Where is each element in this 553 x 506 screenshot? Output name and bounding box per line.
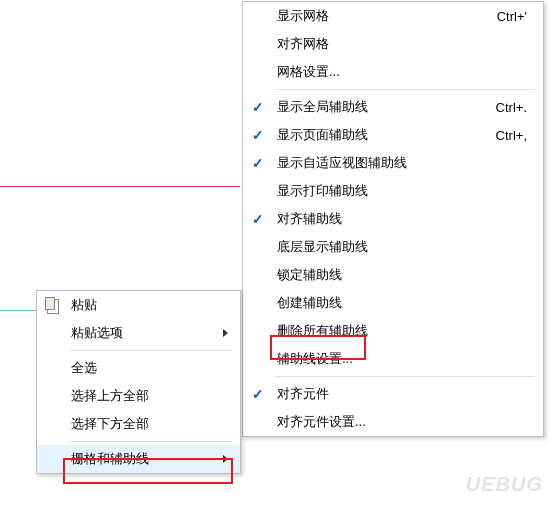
menu-label: 网格设置... xyxy=(273,63,527,81)
menu-shortcut: Ctrl+, xyxy=(496,128,535,143)
menu-item-select-all[interactable]: 全选 xyxy=(37,354,240,382)
menu-label: 栅格和辅助线 xyxy=(67,450,218,468)
check-column: ✓ xyxy=(243,155,273,171)
checkmark-icon: ✓ xyxy=(252,99,264,115)
menu-label: 全选 xyxy=(67,359,218,377)
menu-separator xyxy=(275,376,535,377)
menu-separator xyxy=(69,441,232,442)
grid-guides-submenu: 显示网格 Ctrl+' 对齐网格 网格设置... ✓ 显示全局辅助线 Ctrl+… xyxy=(242,1,544,437)
menu-label: 对齐网格 xyxy=(273,35,527,53)
menu-item-grid-and-guides[interactable]: 栅格和辅助线 xyxy=(37,445,240,473)
menu-item-select-above[interactable]: 选择上方全部 xyxy=(37,382,240,410)
horizontal-guide-line xyxy=(0,186,240,187)
menu-item-create-guides[interactable]: 创建辅助线 xyxy=(243,289,543,317)
menu-label: 删除所有辅助线 xyxy=(273,322,527,340)
menu-item-show-print-guides[interactable]: 显示打印辅助线 xyxy=(243,177,543,205)
paste-icon xyxy=(45,297,59,313)
menu-item-show-global-guides[interactable]: ✓ 显示全局辅助线 Ctrl+. xyxy=(243,93,543,121)
menu-label: 底层显示辅助线 xyxy=(273,238,527,256)
checkmark-icon: ✓ xyxy=(252,127,264,143)
checkmark-icon: ✓ xyxy=(252,386,264,402)
menu-label: 对齐元件设置... xyxy=(273,413,527,431)
menu-label: 创建辅助线 xyxy=(273,294,527,312)
watermark: UEBUG xyxy=(466,473,543,496)
checkmark-icon: ✓ xyxy=(252,155,264,171)
menu-label: 对齐辅助线 xyxy=(273,210,527,228)
menu-label: 锁定辅助线 xyxy=(273,266,527,284)
menu-item-snap-widget-settings[interactable]: 对齐元件设置... xyxy=(243,408,543,436)
menu-label: 粘贴选项 xyxy=(67,324,218,342)
menu-label: 对齐元件 xyxy=(273,385,527,403)
menu-item-show-adaptive-guides[interactable]: ✓ 显示自适应视图辅助线 xyxy=(243,149,543,177)
menu-item-show-page-guides[interactable]: ✓ 显示页面辅助线 Ctrl+, xyxy=(243,121,543,149)
menu-label: 选择下方全部 xyxy=(67,415,218,433)
checkmark-icon: ✓ xyxy=(252,211,264,227)
check-column: ✓ xyxy=(243,386,273,402)
menu-separator xyxy=(69,350,232,351)
menu-separator xyxy=(275,89,535,90)
menu-item-snap-grid[interactable]: 对齐网格 xyxy=(243,30,543,58)
menu-label: 显示全局辅助线 xyxy=(273,98,496,116)
context-menu: 粘贴 粘贴选项 全选 选择上方全部 选择下方全部 栅格和辅助线 xyxy=(36,290,241,474)
chevron-right-icon xyxy=(223,329,228,337)
menu-label: 显示网格 xyxy=(273,7,497,25)
menu-item-paste[interactable]: 粘贴 xyxy=(37,291,240,319)
menu-item-paste-options[interactable]: 粘贴选项 xyxy=(37,319,240,347)
menu-label: 显示页面辅助线 xyxy=(273,126,496,144)
menu-item-guide-settings[interactable]: 辅助线设置... xyxy=(243,345,543,373)
chevron-right-icon xyxy=(223,455,228,463)
icon-column xyxy=(37,297,67,313)
check-column: ✓ xyxy=(243,127,273,143)
menu-label: 显示自适应视图辅助线 xyxy=(273,154,527,172)
menu-item-grid-settings[interactable]: 网格设置... xyxy=(243,58,543,86)
arrow-column xyxy=(218,455,232,463)
menu-item-select-below[interactable]: 选择下方全部 xyxy=(37,410,240,438)
menu-label: 粘贴 xyxy=(67,296,218,314)
check-column: ✓ xyxy=(243,99,273,115)
menu-shortcut: Ctrl+. xyxy=(496,100,535,115)
cyan-guide-line xyxy=(0,310,38,311)
menu-item-delete-all-guides[interactable]: 删除所有辅助线 xyxy=(243,317,543,345)
menu-item-bottom-guides[interactable]: 底层显示辅助线 xyxy=(243,233,543,261)
menu-item-show-grid[interactable]: 显示网格 Ctrl+' xyxy=(243,2,543,30)
menu-label: 显示打印辅助线 xyxy=(273,182,527,200)
menu-label: 选择上方全部 xyxy=(67,387,218,405)
menu-shortcut: Ctrl+' xyxy=(497,9,535,24)
menu-label: 辅助线设置... xyxy=(273,350,527,368)
arrow-column xyxy=(218,329,232,337)
check-column: ✓ xyxy=(243,211,273,227)
menu-item-snap-widgets[interactable]: ✓ 对齐元件 xyxy=(243,380,543,408)
menu-item-lock-guides[interactable]: 锁定辅助线 xyxy=(243,261,543,289)
menu-item-snap-guides[interactable]: ✓ 对齐辅助线 xyxy=(243,205,543,233)
